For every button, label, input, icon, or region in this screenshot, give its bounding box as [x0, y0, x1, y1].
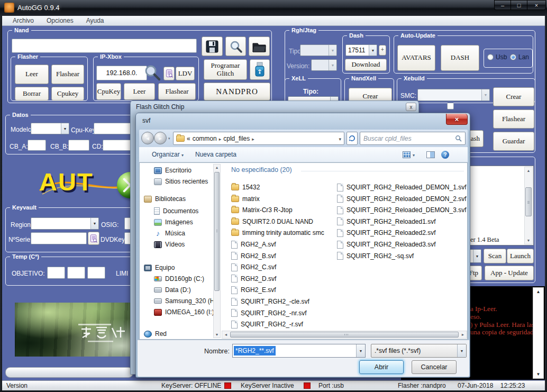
scroll-up-icon[interactable]: ▲	[533, 289, 543, 294]
scroll-down-icon[interactable]: ▼	[214, 333, 220, 336]
minimize-button[interactable]: –	[494, 0, 510, 10]
scrollbar-thumb[interactable]	[214, 172, 220, 291]
save-nand-button[interactable]	[202, 37, 223, 56]
scroll-right-icon[interactable]: ►	[460, 333, 466, 336]
search-box[interactable]	[360, 132, 466, 145]
file-item[interactable]: RGH2_E.svf	[231, 285, 276, 295]
scrollbar-thumb[interactable]	[525, 187, 532, 216]
file-dialog-close-button[interactable]: ×	[446, 114, 468, 125]
ip-cpukey-button[interactable]: CpuKey	[96, 83, 121, 100]
breadcrumb-prefix[interactable]: «	[187, 135, 190, 142]
dash-plus-button[interactable]: +	[379, 45, 386, 56]
ip-flashear-button[interactable]: Flashear	[158, 83, 196, 100]
scrollbar-thumb[interactable]	[230, 332, 459, 338]
flasher-borrar-button[interactable]: Borrar	[15, 87, 49, 101]
ip-address-input[interactable]: 192.168.0.	[96, 66, 147, 80]
breadcrumb-dropdown-icon[interactable]	[339, 135, 341, 142]
file-item[interactable]: SQUIRT_RGH2_Reloaded3.svf	[337, 240, 436, 249]
sidebar-item[interactable]: Documentos	[154, 206, 198, 216]
flasher-cpukey-button[interactable]: Cpukey	[51, 87, 84, 101]
chevron-right-icon[interactable]	[219, 135, 222, 142]
temp-input-1[interactable]	[47, 267, 65, 279]
search-nand-button[interactable]	[225, 37, 246, 56]
xebuild-crear-button[interactable]: Crear	[493, 87, 534, 106]
nueva-carpeta-button[interactable]: Nueva carpeta	[195, 151, 236, 158]
scroll-down-icon[interactable]: ▼	[533, 372, 543, 377]
chevron-down-icon[interactable]	[457, 344, 466, 357]
nandpro-button[interactable]: NANDPRO	[204, 83, 270, 101]
xebuild-flashear-button[interactable]: Flashear	[493, 110, 534, 129]
organizar-button[interactable]: Organizar ▾	[152, 151, 184, 158]
launch-button[interactable]: Launch	[507, 249, 534, 263]
sidebar-item[interactable]: Vídeos	[154, 240, 185, 249]
sidebar-item[interactable]: Red	[144, 329, 167, 339]
preview-pane-icon[interactable]	[426, 151, 435, 158]
breadcrumb-common[interactable]: common	[193, 135, 217, 142]
folder-item[interactable]: matrix	[231, 194, 260, 204]
folder-item[interactable]: timming trinity automatic smc	[231, 228, 324, 238]
file-item[interactable]: SQUIRT_RGH2_Reloaded2.svf	[337, 228, 436, 238]
nand-path-input[interactable]	[12, 39, 197, 53]
file-item[interactable]: SQUIRT_RGH2_-nr.svf	[231, 308, 306, 318]
cancelar-button[interactable]: Cancelar	[412, 360, 457, 374]
usb-button[interactable]	[250, 59, 270, 80]
refresh-button[interactable]	[347, 132, 358, 145]
scan-button[interactable]: Scan	[484, 249, 506, 263]
views-dropdown-icon[interactable]: ▾	[413, 153, 415, 158]
temp-input-3[interactable]	[87, 267, 105, 279]
file-item[interactable]: SQUIRT_RGH2_-cle.svf	[231, 297, 309, 306]
ip-leer-button[interactable]: Leer	[124, 83, 155, 100]
scroll-up-icon[interactable]: ▲	[214, 166, 220, 169]
sidebar-item[interactable]: IOMEGA_160 (I:)	[154, 307, 214, 317]
file-item[interactable]: RGH2_B.svf	[231, 251, 276, 261]
sidebar-item[interactable]: Sitios recientes	[154, 177, 208, 186]
sidebar-item[interactable]: DD160gb (C:)	[154, 274, 204, 284]
xebuild-checkbox[interactable]	[447, 103, 454, 110]
file-item[interactable]: SQUIRT_RGH2_Reloaded_DEMON_1.svf	[337, 183, 467, 192]
version-select[interactable]	[311, 59, 337, 71]
folder-item[interactable]: SQUIRT2.0 DUAL NAND	[231, 217, 313, 226]
menu-opciones[interactable]: Opciones	[40, 17, 80, 24]
close-button[interactable]: ×	[527, 0, 546, 10]
menu-ayuda[interactable]: Ayuda	[80, 17, 111, 24]
modelo-select[interactable]	[31, 123, 69, 134]
filetype-combobox[interactable]: .*svf files (*.*svf)	[371, 344, 467, 358]
file-item[interactable]: SQUIRT_RGH2_Reloaded_DEMON_3.svf	[337, 205, 467, 215]
sidebar-item[interactable]: Data (D:)	[154, 285, 191, 295]
dash-update-button[interactable]: DASH	[441, 45, 479, 71]
folder-item[interactable]: 15432	[231, 183, 260, 192]
file-item[interactable]: SQUIRT_RGH2_-r.svf	[231, 320, 303, 329]
app-update-button[interactable]: App - Update	[485, 266, 534, 280]
avatars-button[interactable]: AVATARS	[397, 45, 435, 71]
sidebar-item[interactable]: Samsung_320 (H	[154, 296, 214, 306]
sidebar-item[interactable]: Imágenes	[154, 217, 193, 227]
file-item[interactable]: SQUIRT_RGH2_Reloaded1.svf	[337, 217, 436, 226]
sidebar-item[interactable]: Equipo	[144, 263, 175, 272]
smc-select[interactable]	[417, 89, 490, 101]
scroll-down-icon[interactable]: ▼	[525, 239, 532, 242]
chevron-down-icon[interactable]	[356, 344, 365, 357]
flasher-flashear-button[interactable]: Flashear	[51, 65, 84, 84]
search-input[interactable]	[363, 135, 455, 142]
ip-ldv-view-button[interactable]	[163, 67, 175, 80]
tipo-select[interactable]	[300, 44, 337, 56]
nserie-input[interactable]	[31, 232, 87, 244]
abrir-button[interactable]: Abrir	[359, 360, 404, 374]
sidebar-item[interactable]: Escritorio	[154, 166, 192, 175]
file-item[interactable]: RGH2_C.svf	[231, 262, 276, 272]
open-folder-button[interactable]	[249, 37, 270, 56]
lan-radio[interactable]	[510, 54, 516, 60]
back-button[interactable]: ◄	[141, 132, 154, 144]
launcher-scrollbar[interactable]: ▲ ▼	[524, 167, 533, 244]
temp-input-2[interactable]	[67, 267, 85, 279]
xebuild-guardar-button[interactable]: Guardar	[493, 132, 534, 151]
chevron-right-icon[interactable]	[252, 135, 254, 142]
programar-glitch-button[interactable]: Programar Glitch	[204, 59, 247, 80]
history-dropdown-icon[interactable]: ▾	[168, 136, 170, 141]
filelist-scrollbar[interactable]: ◄ ►	[222, 331, 467, 339]
usb-radio[interactable]	[487, 54, 494, 60]
ldv-button[interactable]: LDV	[176, 67, 195, 80]
sidebar-scrollbar[interactable]: ▲ ▼	[213, 164, 221, 338]
file-item[interactable]: RGH2_D.svf	[231, 274, 276, 284]
maximize-button[interactable]: □	[510, 0, 527, 10]
